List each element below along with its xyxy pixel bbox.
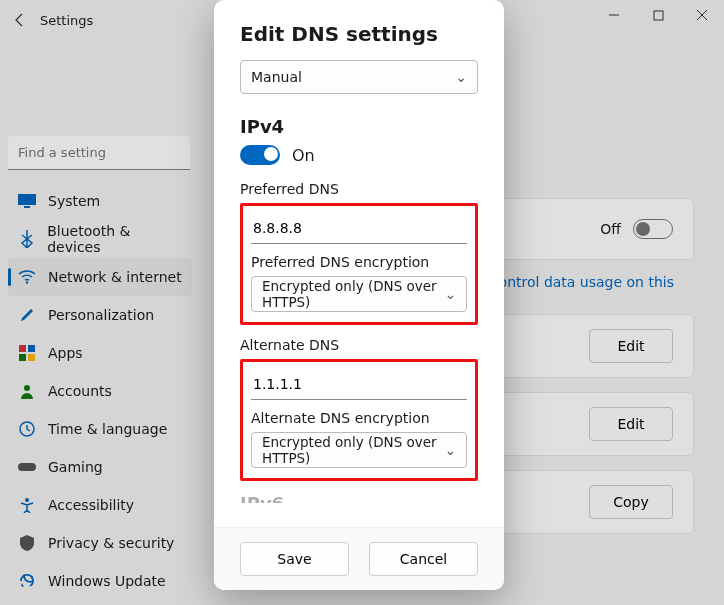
chevron-down-icon: ⌄ xyxy=(455,69,467,85)
chevron-down-icon: ⌄ xyxy=(445,442,456,458)
alternate-enc-label: Alternate DNS encryption xyxy=(251,410,467,426)
ipv4-heading: IPv4 xyxy=(240,116,478,137)
dialog-title: Edit DNS settings xyxy=(240,22,478,46)
alternate-dns-input[interactable] xyxy=(251,368,467,400)
select-value: Manual xyxy=(251,69,302,85)
save-button[interactable]: Save xyxy=(240,542,349,576)
preferred-enc-label: Preferred DNS encryption xyxy=(251,254,467,270)
toggle-on-label: On xyxy=(292,146,315,165)
dialog-footer: Save Cancel xyxy=(214,527,504,590)
preferred-enc-select[interactable]: Encrypted only (DNS over HTTPS) ⌄ xyxy=(251,276,467,312)
select-value: Encrypted only (DNS over HTTPS) xyxy=(262,278,445,310)
alternate-dns-label: Alternate DNS xyxy=(240,337,478,353)
cancel-button[interactable]: Cancel xyxy=(369,542,478,576)
chevron-down-icon: ⌄ xyxy=(445,286,456,302)
select-value: Encrypted only (DNS over HTTPS) xyxy=(262,434,445,466)
alternate-enc-select[interactable]: Encrypted only (DNS over HTTPS) ⌄ xyxy=(251,432,467,468)
ipv6-heading-cut: IPv6 xyxy=(240,493,478,503)
alternate-dns-highlight: Alternate DNS encryption Encrypted only … xyxy=(240,359,478,481)
preferred-dns-highlight: Preferred DNS encryption Encrypted only … xyxy=(240,203,478,325)
ipv4-toggle[interactable] xyxy=(240,145,280,165)
dns-settings-dialog: Edit DNS settings Manual ⌄ IPv4 On Prefe… xyxy=(214,0,504,590)
preferred-dns-input[interactable] xyxy=(251,212,467,244)
dns-mode-select[interactable]: Manual ⌄ xyxy=(240,60,478,94)
preferred-dns-label: Preferred DNS xyxy=(240,181,478,197)
